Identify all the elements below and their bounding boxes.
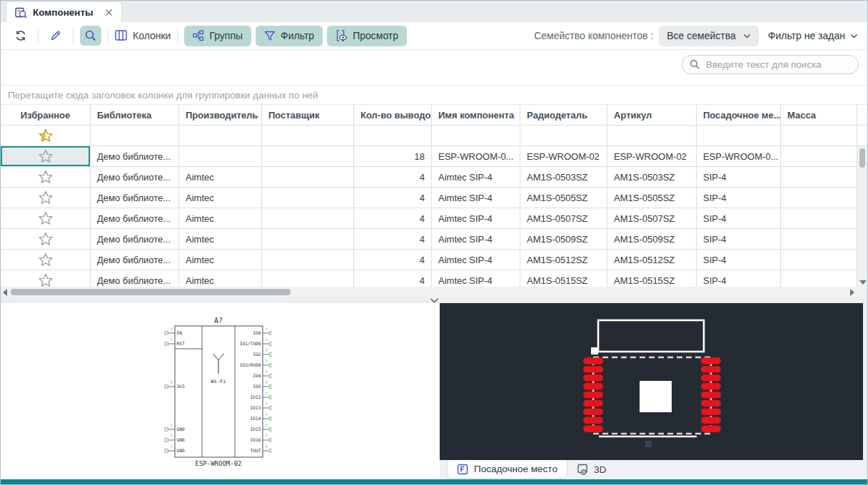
table-cell[interactable]	[1, 270, 91, 287]
table-cell[interactable]: AM1S-0505SZ	[520, 188, 607, 208]
table-cell[interactable]: AM1S-0509SZ	[607, 229, 697, 249]
table-row[interactable]: Демо библиоте...Aimtec4Aimtec SIP-4AM1S-…	[1, 167, 857, 188]
table-cell[interactable]: SIP-4	[697, 167, 781, 187]
table-cell[interactable]: AM1S-0512SZ	[607, 250, 697, 270]
table-cell[interactable]: SIP-4	[697, 250, 781, 270]
table-cell[interactable]: ESP-WROOM-02	[520, 146, 607, 166]
table-cell[interactable]	[781, 250, 857, 270]
table-cell[interactable]	[262, 167, 354, 187]
table-cell[interactable]: AM1S-0505SZ	[607, 188, 697, 208]
favorite-filter-star-icon[interactable]	[39, 128, 53, 143]
table-cell[interactable]	[781, 188, 857, 208]
table-cell[interactable]	[262, 208, 354, 228]
column-header-0[interactable]: Избранное	[1, 105, 91, 125]
refresh-button[interactable]	[10, 26, 31, 46]
favorite-star-icon[interactable]	[39, 211, 53, 225]
table-cell[interactable]: Aimtec SIP-4	[432, 208, 520, 228]
columns-button[interactable]: Колонки	[115, 30, 171, 41]
table-cell[interactable]	[262, 270, 354, 287]
table-cell[interactable]	[262, 250, 354, 270]
table-cell[interactable]: Aimtec	[179, 208, 262, 228]
column-header-3[interactable]: Поставщик	[262, 105, 354, 125]
table-cell[interactable]	[1, 229, 91, 249]
table-cell[interactable]: SIP-4	[697, 188, 781, 208]
table-cell[interactable]: AM1S-0512SZ	[520, 250, 607, 270]
filter-cell-9[interactable]	[781, 126, 857, 146]
tab-3d[interactable]: 3D	[567, 460, 615, 479]
column-header-4[interactable]: Кол-во выводов	[354, 105, 432, 125]
search-box[interactable]	[682, 55, 859, 74]
vertical-scrollbar[interactable]	[857, 146, 867, 287]
table-cell[interactable]	[781, 208, 857, 228]
table-cell[interactable]: Aimtec SIP-4	[432, 167, 520, 187]
filter-cell-3[interactable]	[262, 126, 354, 146]
tab-components[interactable]: Компоненты	[6, 1, 122, 22]
favorite-star-icon[interactable]	[39, 232, 53, 246]
table-cell[interactable]: 4	[354, 270, 432, 287]
table-cell[interactable]: 4	[354, 167, 432, 187]
filter-button[interactable]: Фильтр	[256, 26, 323, 46]
table-cell[interactable]: AM1S-0503SZ	[520, 167, 607, 187]
column-header-1[interactable]: Библиотека	[91, 105, 179, 125]
table-cell[interactable]	[1, 208, 91, 228]
table-cell[interactable]: SIP-4	[697, 229, 781, 249]
table-cell[interactable]: Демо библиоте...	[91, 146, 179, 166]
table-cell[interactable]: Aimtec SIP-4	[432, 229, 520, 249]
filter-cell-2[interactable]	[179, 126, 262, 146]
table-cell[interactable]: Aimtec	[179, 188, 262, 208]
table-row[interactable]: Демо библиоте...Aimtec4Aimtec SIP-4AM1S-…	[1, 270, 857, 287]
vertical-scrollbar-thumb[interactable]	[859, 148, 865, 168]
table-cell[interactable]: SIP-4	[697, 208, 781, 228]
column-header-6[interactable]: Радиодеталь	[520, 105, 607, 125]
table-cell[interactable]: ESP-WROOM-02	[607, 146, 697, 166]
table-cell[interactable]	[1, 146, 91, 166]
table-row[interactable]: Демо библиоте...Aimtec4Aimtec SIP-4AM1S-…	[1, 188, 857, 208]
table-cell[interactable]: Aimtec	[179, 229, 262, 249]
horizontal-scrollbar-thumb[interactable]	[11, 289, 291, 295]
table-cell[interactable]: 4	[354, 208, 432, 228]
filter-cell-6[interactable]	[520, 126, 607, 146]
preview-button[interactable]: Просмотр	[327, 26, 407, 46]
filter-status-dropdown[interactable]: Фильтр не задан	[768, 30, 858, 41]
favorite-star-icon[interactable]	[39, 190, 53, 205]
collapse-chevron-icon[interactable]	[430, 298, 439, 303]
favorite-star-icon[interactable]	[39, 149, 53, 163]
groups-button[interactable]: Группы	[184, 26, 251, 46]
tab-footprint[interactable]: Посадочное место	[447, 460, 567, 479]
filter-cell-0[interactable]	[1, 126, 91, 146]
column-header-2[interactable]: Производитель	[179, 105, 262, 125]
table-cell[interactable]: 18	[354, 146, 432, 166]
table-row[interactable]: Демо библиоте...Aimtec4Aimtec SIP-4AM1S-…	[1, 250, 857, 270]
table-cell[interactable]: Aimtec SIP-4	[432, 250, 520, 270]
table-cell[interactable]: Aimtec	[179, 250, 262, 270]
column-header-9[interactable]: Масса	[781, 105, 857, 125]
table-cell[interactable]	[781, 229, 857, 249]
search-toggle-button[interactable]	[80, 26, 101, 46]
table-cell[interactable]: 4	[354, 250, 432, 270]
symbol-preview-canvas[interactable]: A? Wi-Fi ?EN?RST?3V3?GND?GND?GND?IO0?IO1…	[163, 315, 272, 472]
favorite-star-icon[interactable]	[39, 170, 53, 184]
table-row[interactable]: Демо библиоте...Aimtec4Aimtec SIP-4AM1S-…	[1, 208, 857, 229]
table-cell[interactable]: 4	[354, 229, 432, 249]
group-by-hint[interactable]: Перетащите сюда заголовок колонки для гр…	[1, 85, 867, 105]
table-cell[interactable]: ESP-WROOM-0...	[432, 146, 520, 166]
table-cell[interactable]: Aimtec SIP-4	[432, 188, 520, 208]
horizontal-scrollbar[interactable]	[1, 287, 867, 297]
table-cell[interactable]: Демо библиоте...	[91, 250, 179, 270]
table-cell[interactable]: Aimtec	[179, 270, 262, 287]
favorite-star-icon[interactable]	[39, 273, 53, 287]
table-cell[interactable]: 4	[354, 188, 432, 208]
table-cell[interactable]: AM1S-0509SZ	[520, 229, 607, 249]
table-row[interactable]: Демо библиоте...18ESP-WROOM-0...ESP-WROO…	[1, 146, 857, 167]
table-cell[interactable]	[781, 167, 857, 187]
table-cell[interactable]: Демо библиоте...	[91, 188, 179, 208]
scroll-right-arrow[interactable]	[850, 289, 854, 296]
table-cell[interactable]: AM1S-0507SZ	[520, 208, 607, 228]
scroll-left-arrow[interactable]	[3, 289, 7, 296]
table-cell[interactable]: AM1S-0507SZ	[607, 208, 697, 228]
filter-cell-4[interactable]	[354, 126, 432, 146]
table-cell[interactable]	[1, 188, 91, 208]
scroll-down-arrow[interactable]	[859, 280, 867, 285]
table-cell[interactable]: Демо библиоте...	[91, 208, 179, 228]
favorite-star-icon[interactable]	[39, 252, 53, 267]
